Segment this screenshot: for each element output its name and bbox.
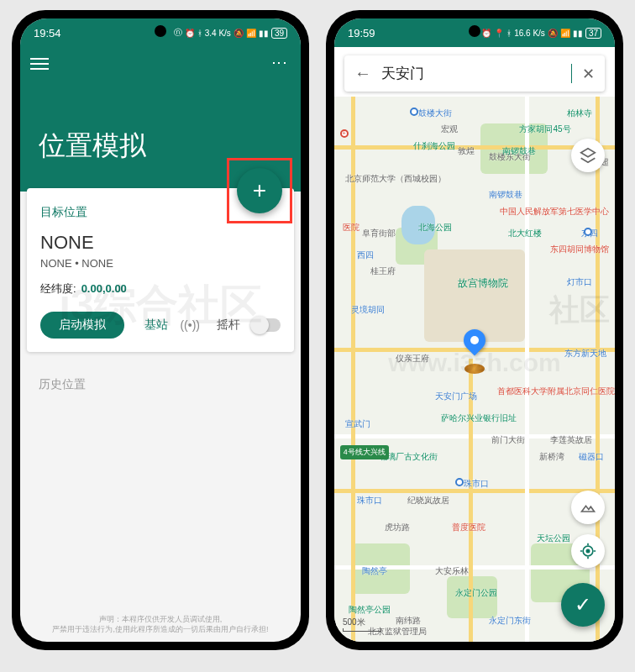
- map-label: 方家胡同45号: [519, 123, 570, 135]
- map-label: 陶然亭公园: [349, 604, 391, 616]
- map-label: 纪晓岚故居: [407, 495, 449, 507]
- base-station-label[interactable]: 基站: [144, 318, 168, 333]
- map-label: 仪亲王府: [396, 353, 429, 365]
- joystick-toggle[interactable]: [252, 318, 281, 332]
- coordinates: 经纬度:0.00,0.00: [40, 281, 281, 297]
- map-canvas[interactable]: 鼓楼大街 柏林寺 鼓楼东大街 梁启超 什刹海公园 敦煌 南锣鼓巷 北京师范大学（…: [334, 97, 615, 642]
- map-label: 北京师范大学（西城校园）: [345, 173, 446, 185]
- joystick-label: 摇杆: [217, 318, 240, 333]
- subway-icon: [455, 478, 464, 486]
- signal-icon: ▮▮: [259, 29, 269, 38]
- map-label: 新桥湾: [539, 451, 564, 463]
- map-label: 珠市口: [464, 478, 489, 490]
- map-label: 大安乐林: [435, 565, 469, 577]
- bt-icon: ᚼ: [197, 29, 202, 38]
- alarm-icon: ⏰: [185, 29, 195, 38]
- location-icon: 📍: [494, 29, 504, 38]
- signal-icon: ▮▮: [573, 29, 583, 38]
- disclaimer: 声明：本程序仅供开发人员调试使用, 严禁用于违法行为,使用此程序所造成的一切后果…: [20, 614, 301, 635]
- map-label: 首都医科大学附属北京同仁医院: [497, 386, 615, 397]
- alarm-icon: ⏰: [481, 29, 491, 38]
- map-label: 珠市口: [357, 495, 382, 507]
- wifi-icon: 📶: [560, 29, 570, 38]
- overflow-menu-button[interactable]: ⋮: [270, 55, 289, 72]
- mute-icon: 🔕: [548, 29, 558, 38]
- map-label: 陶然亭: [362, 565, 387, 577]
- history-section-label: 历史位置: [20, 352, 301, 392]
- confirm-location-button[interactable]: ✓: [561, 583, 605, 627]
- antenna-icon: ((•)): [180, 318, 200, 332]
- menu-button[interactable]: [30, 58, 49, 70]
- map-label: 宣武门: [345, 418, 370, 430]
- map-label: 灯市口: [567, 276, 592, 288]
- bt-icon: ᚼ: [506, 29, 512, 38]
- map-label: 柏林寺: [567, 108, 592, 119]
- map-label: 南锣鼓巷: [502, 145, 536, 157]
- nfc-icon: ⓝ: [174, 27, 182, 39]
- map-label: 李莲英故居: [550, 434, 592, 446]
- page-title: 位置模拟 +: [20, 81, 301, 192]
- map-label: 中国人民解放军第七医学中心: [500, 206, 609, 218]
- terrain-button[interactable]: [571, 491, 605, 524]
- map-label: 宏观: [441, 123, 458, 135]
- subway-icon: [410, 108, 418, 116]
- map-label: 磁器口: [579, 451, 604, 463]
- app-bar: ⋮: [20, 47, 301, 81]
- map-label: 前门大街: [491, 434, 525, 446]
- map-label: 故宫博物院: [458, 276, 508, 291]
- map-label: 北大红楼: [508, 228, 542, 239]
- search-input[interactable]: 天安门: [381, 64, 572, 83]
- map-label: 虎坊路: [385, 522, 410, 533]
- hospital-icon: +: [340, 129, 349, 138]
- metro-line-badge: 4号线大兴线: [340, 445, 389, 459]
- battery-icon: 37: [585, 28, 601, 39]
- location-sub: NONE • NONE: [40, 257, 281, 270]
- map-label: 西四: [357, 249, 374, 261]
- net-speed: 3.4 K/s: [205, 29, 231, 38]
- net-speed: 16.6 K/s: [514, 29, 545, 38]
- start-simulation-button[interactable]: 启动模拟: [40, 312, 124, 339]
- map-label: 阜育街部: [362, 228, 396, 239]
- map-label: 什刹海公园: [413, 140, 455, 152]
- back-button[interactable]: ←: [354, 64, 371, 83]
- map-label: 敦煌: [458, 145, 475, 157]
- mute-icon: 🔕: [234, 29, 244, 38]
- tutorial-highlight: [227, 158, 292, 223]
- map-label: 桂王府: [370, 265, 396, 277]
- map-label: 南纬路: [396, 615, 421, 627]
- watermark: 社区: [549, 290, 610, 331]
- map-label: 永定门东街: [489, 615, 531, 627]
- clear-search-button[interactable]: ✕: [582, 65, 595, 83]
- wifi-icon: 📶: [246, 29, 256, 38]
- map-label: 鼓楼大街: [418, 108, 452, 119]
- map-scale: 500米: [343, 617, 381, 632]
- svg-point-2: [586, 549, 589, 552]
- status-time: 19:54: [34, 27, 61, 39]
- map-label: 东方新天地: [564, 348, 606, 360]
- map-label: 普度医院: [452, 522, 485, 533]
- locate-me-button[interactable]: [571, 534, 605, 568]
- subway-icon: [584, 228, 592, 236]
- map-label: 医院: [343, 222, 359, 234]
- map-label: 南锣鼓巷: [489, 189, 522, 201]
- map-label: 灵境胡同: [351, 304, 385, 316]
- battery-icon: 39: [271, 28, 287, 39]
- map-label: 天安门广场: [435, 391, 477, 402]
- location-name: NONE: [40, 232, 281, 254]
- map-label: 萨哈尔兴业银行旧址: [441, 412, 517, 424]
- svg-marker-0: [581, 149, 596, 157]
- map-label: 天坛公园: [537, 533, 570, 544]
- search-bar: ← 天安门 ✕: [344, 55, 605, 92]
- map-label: 东四胡同博物馆: [550, 244, 609, 255]
- map-label: 北海公园: [418, 222, 452, 234]
- pin-shadow: [464, 364, 485, 374]
- layers-button[interactable]: [571, 139, 605, 172]
- status-time: 19:59: [348, 27, 375, 39]
- map-label: 永定门公园: [455, 587, 497, 599]
